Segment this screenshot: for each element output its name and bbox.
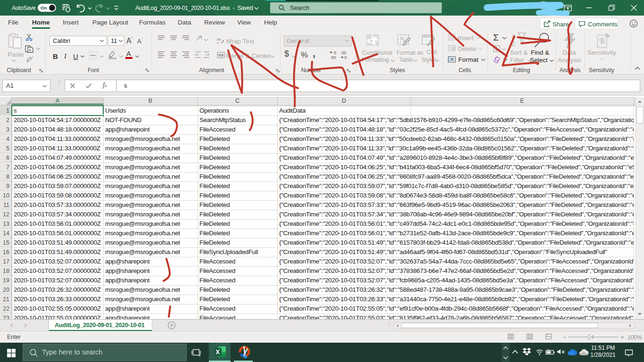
svg-text:0: 0 [345,55,347,59]
svg-text:A: A [512,33,516,40]
svg-text:c: c [217,41,219,44]
svg-text:.00: .00 [340,50,347,55]
svg-text:.00: .00 [330,55,336,60]
svg-text:Z: Z [512,41,515,48]
svg-text:0: 0 [334,50,336,55]
